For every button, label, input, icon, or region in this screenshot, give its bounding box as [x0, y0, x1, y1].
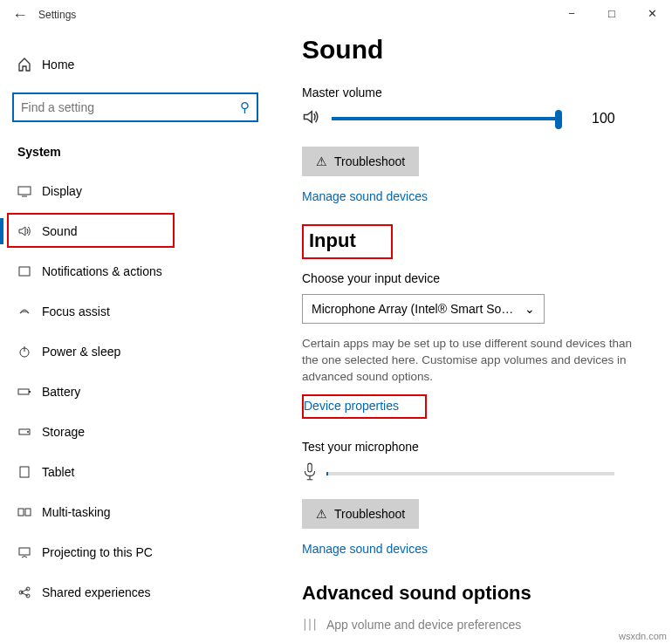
highlight-box: Input	[302, 224, 393, 259]
sidebar-item-label: Tablet	[42, 465, 74, 479]
sidebar-item-label: Power & sleep	[42, 345, 120, 359]
svg-rect-0	[18, 187, 31, 195]
search-field[interactable]	[21, 100, 240, 114]
close-button[interactable]: ✕	[632, 0, 672, 26]
mic-level-bar	[326, 472, 614, 475]
home-icon	[17, 58, 42, 72]
warning-icon: ⚠	[316, 154, 327, 168]
svg-rect-10	[18, 509, 24, 516]
sidebar-item-storage[interactable]: Storage	[0, 412, 271, 452]
test-mic-label: Test your microphone	[302, 440, 648, 454]
sidebar-item-label: Storage	[42, 425, 85, 439]
home-nav[interactable]: Home	[0, 47, 271, 82]
sidebar-item-label: Shared experiences	[42, 585, 151, 599]
svg-point-8	[27, 431, 29, 433]
app-volume-row[interactable]: App volume and device preferences	[302, 605, 648, 643]
troubleshoot-output-button[interactable]: ⚠ Troubleshoot	[302, 147, 419, 176]
microphone-icon	[302, 462, 318, 485]
sidebar-item-tablet[interactable]: Tablet	[0, 452, 271, 492]
window-title: Settings	[38, 9, 76, 21]
chevron-down-icon: ⌄	[525, 302, 535, 316]
sidebar-item-label: Sound	[42, 224, 77, 238]
svg-rect-2	[19, 267, 30, 276]
main-pane: Sound Master volume 100 ⚠ Troubleshoot M…	[271, 30, 672, 643]
sidebar-item-multitasking[interactable]: Multi-tasking	[0, 492, 271, 532]
troubleshoot-label: Troubleshoot	[334, 154, 405, 168]
tablet-icon	[17, 465, 42, 479]
home-label: Home	[42, 58, 74, 72]
search-icon: ⚲	[240, 99, 250, 115]
sound-icon	[17, 224, 42, 238]
sliders-icon	[302, 617, 326, 633]
maximize-button[interactable]: □	[592, 0, 632, 26]
sidebar-item-label: Focus assist	[42, 304, 110, 318]
slider-thumb[interactable]	[555, 110, 562, 129]
input-device-dropdown[interactable]: Microphone Array (Intel® Smart So… ⌄	[302, 294, 545, 324]
app-volume-label: App volume and device preferences	[326, 618, 521, 632]
sidebar-item-projecting[interactable]: Projecting to this PC	[0, 532, 271, 572]
input-device-value: Microphone Array (Intel® Smart So…	[312, 302, 513, 316]
svg-rect-11	[25, 509, 31, 516]
choose-input-label: Choose your input device	[302, 271, 648, 285]
svg-rect-6	[29, 391, 31, 393]
sidebar-item-notifications[interactable]: Notifications & actions	[0, 251, 271, 291]
warning-icon: ⚠	[316, 507, 327, 521]
watermark: wsxdn.com	[619, 631, 667, 641]
troubleshoot-label: Troubleshoot	[334, 507, 405, 521]
display-icon	[17, 184, 42, 198]
manage-output-devices-link[interactable]: Manage sound devices	[302, 189, 428, 203]
multitasking-icon	[17, 505, 42, 519]
sidebar-item-shared[interactable]: Shared experiences	[0, 572, 271, 612]
sidebar: Home ⚲ System Display Sound Notification…	[0, 30, 271, 643]
notifications-icon	[17, 264, 42, 278]
projecting-icon	[17, 545, 42, 559]
input-heading: Input	[309, 229, 356, 252]
sidebar-item-label: Multi-tasking	[42, 505, 111, 519]
minimize-button[interactable]: −	[552, 0, 592, 26]
master-volume-label: Master volume	[302, 86, 648, 99]
speaker-icon	[302, 108, 319, 129]
focus-icon	[17, 304, 42, 318]
sidebar-item-label: Projecting to this PC	[42, 545, 153, 559]
input-help-text: Certain apps may be set up to use differ…	[302, 336, 648, 386]
sidebar-item-label: Display	[42, 184, 82, 198]
sidebar-item-power[interactable]: Power & sleep	[0, 332, 271, 372]
advanced-heading: Advanced sound options	[302, 582, 648, 605]
sidebar-item-sound[interactable]: Sound	[0, 211, 271, 251]
device-properties-link[interactable]: Device properties	[304, 399, 399, 413]
svg-rect-9	[20, 467, 29, 477]
back-icon[interactable]: ←	[12, 6, 38, 24]
troubleshoot-input-button[interactable]: ⚠ Troubleshoot	[302, 499, 419, 529]
highlight-box: Device properties	[302, 394, 427, 419]
page-title: Sound	[302, 35, 648, 65]
sidebar-item-display[interactable]: Display	[0, 171, 271, 211]
power-icon	[17, 345, 42, 359]
svg-rect-16	[308, 463, 312, 472]
volume-slider[interactable]	[332, 117, 559, 120]
volume-value: 100	[592, 111, 615, 127]
sidebar-item-focus[interactable]: Focus assist	[0, 291, 271, 332]
manage-input-devices-link[interactable]: Manage sound devices	[302, 542, 428, 556]
svg-rect-5	[18, 389, 29, 394]
svg-rect-12	[19, 548, 30, 555]
shared-icon	[17, 585, 42, 599]
storage-icon	[17, 425, 42, 439]
sidebar-item-label: Notifications & actions	[42, 264, 162, 278]
sidebar-item-label: Battery	[42, 385, 80, 399]
sidebar-item-battery[interactable]: Battery	[0, 372, 271, 412]
battery-icon	[17, 385, 42, 399]
section-heading: System	[0, 122, 271, 171]
search-input[interactable]: ⚲	[12, 92, 258, 122]
